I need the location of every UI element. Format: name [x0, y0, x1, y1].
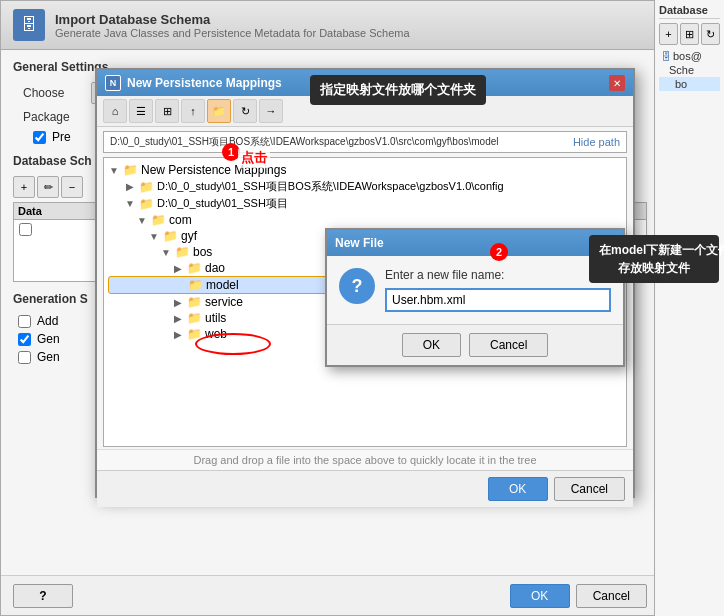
bos-toggle: ▼	[160, 247, 172, 258]
com-toggle: ▼	[136, 215, 148, 226]
badge-2: 2	[490, 243, 508, 261]
bos-label: bos	[193, 245, 212, 259]
newfile-prompt: Enter a new file name:	[385, 268, 611, 282]
toolbar-home-btn[interactable]: ⌂	[103, 99, 127, 123]
main-window-subtitle: Generate Java Classes and Persistence Me…	[55, 27, 410, 39]
right-tree: 🗄 bos@ Sche bo	[659, 49, 720, 91]
bos-folder-icon: 📁	[175, 245, 190, 259]
rp-icon-btn[interactable]: ⊞	[680, 23, 699, 45]
gyf-label: gyf	[181, 229, 197, 243]
drag-hint: Drag and drop a file into the space abov…	[97, 449, 633, 470]
right-tree-item-bos: 🗄 bos@	[659, 49, 720, 63]
toolbar-nav-btn[interactable]: ↑	[181, 99, 205, 123]
right-tree-item-bo[interactable]: bo	[659, 77, 720, 91]
hide-path-link[interactable]: Hide path	[573, 136, 620, 148]
schema-row-checkbox[interactable]	[19, 223, 32, 236]
main-bottom-bar: ? OK Cancel	[1, 575, 659, 615]
help-btn[interactable]: ?	[13, 584, 73, 608]
tree-com[interactable]: ▼ 📁 com	[108, 212, 622, 228]
service-folder-icon: 📁	[187, 295, 202, 309]
newfile-title: New File	[335, 236, 384, 250]
add-gen-label: Add	[37, 314, 58, 328]
right-tree-item-schema: Sche	[659, 63, 720, 77]
model-label: model	[206, 278, 239, 292]
config-folder-icon: 📁	[139, 180, 154, 194]
tree-root[interactable]: ▼ 📁 New Persistence Mappings	[108, 162, 622, 178]
dao-label: dao	[205, 261, 225, 275]
utils-label: utils	[205, 311, 226, 325]
ssh-label: D:\0_0_study\01_SSH项目	[157, 196, 288, 211]
web-label: web	[205, 327, 227, 341]
model-folder-icon: 📁	[188, 278, 203, 292]
newfile-content: ? Enter a new file name:	[327, 256, 623, 324]
ssh-toggle: ▼	[124, 198, 136, 209]
right-panel: Database + ⊞ ↻ 🗄 bos@ Sche bo	[654, 0, 724, 616]
right-panel-toolbar: + ⊞ ↻	[659, 23, 720, 45]
toolbar-list-btn[interactable]: ☰	[129, 99, 153, 123]
dao-folder-icon: 📁	[187, 261, 202, 275]
persistence-dialog-title: New Persistence Mappings	[127, 76, 282, 90]
main-cancel-btn[interactable]: Cancel	[576, 584, 647, 608]
root-folder-icon: 📁	[123, 163, 138, 177]
main-ok-btn[interactable]: OK	[510, 584, 570, 608]
package-label: Package	[23, 110, 83, 124]
main-window-title: Import Database Schema	[55, 12, 410, 27]
edit-schema-btn[interactable]: ✏	[37, 176, 59, 198]
bo-label: bo	[675, 78, 687, 90]
persistence-cancel-btn[interactable]: Cancel	[554, 477, 625, 501]
utils-folder-icon: 📁	[187, 311, 202, 325]
add-gen-checkbox[interactable]	[18, 315, 31, 328]
right-tree-bos-label: bos@	[673, 50, 702, 62]
persistence-dialog-bottom: OK Cancel	[97, 470, 633, 507]
gyf-folder-icon: 📁	[163, 229, 178, 243]
newfile-ok-btn[interactable]: OK	[402, 333, 461, 357]
schema-label: Sche	[669, 64, 694, 76]
gen-label-2: Gen	[37, 350, 60, 364]
toolbar-folder-btn[interactable]: 📁	[207, 99, 231, 123]
dao-toggle: ▶	[172, 263, 184, 274]
persistence-dialog-close[interactable]: ✕	[609, 75, 625, 91]
path-value: D:\0_0_study\01_SSH项目BOS系统\IDEAWorkspace…	[110, 135, 565, 149]
tree-ssh[interactable]: ▼ 📁 D:\0_0_study\01_SSH项目	[108, 195, 622, 212]
tree-config[interactable]: ▶ 📁 D:\0_0_study\01_SSH项目BOS系统\IDEAWorks…	[108, 178, 622, 195]
newfile-form: Enter a new file name:	[385, 268, 611, 312]
annotation-tooltip-1: 指定映射文件放哪个文件夹	[310, 75, 486, 105]
main-window-titles: Import Database Schema Generate Java Cla…	[55, 12, 410, 39]
gyf-toggle: ▼	[148, 231, 160, 242]
toolbar-refresh-btn[interactable]: ↻	[233, 99, 257, 123]
rp-nav-btn[interactable]: ↻	[701, 23, 720, 45]
ssh-folder-icon: 📁	[139, 197, 154, 211]
right-panel-title: Database	[659, 4, 720, 19]
toolbar-right-btn[interactable]: →	[259, 99, 283, 123]
gen-label-1: Gen	[37, 332, 60, 346]
rp-add-btn[interactable]: +	[659, 23, 678, 45]
config-toggle: ▶	[124, 181, 136, 192]
question-icon: ?	[339, 268, 375, 304]
com-label: com	[169, 213, 192, 227]
pre-checkbox[interactable]	[33, 131, 46, 144]
persistence-dialog-icon: N	[105, 75, 121, 91]
web-toggle: ▶	[172, 329, 184, 340]
main-window-icon: 🗄	[13, 9, 45, 41]
db-icon: 🗄	[661, 51, 671, 62]
click-label: 点击	[238, 148, 270, 168]
service-label: service	[205, 295, 243, 309]
web-folder-icon: 📁	[187, 327, 202, 341]
pre-label: Pre	[52, 130, 71, 144]
gen-checkbox-2[interactable]	[18, 351, 31, 364]
newfile-cancel-btn[interactable]: Cancel	[469, 333, 548, 357]
choose-label: Choose	[23, 86, 83, 100]
main-window-header: 🗄 Import Database Schema Generate Java C…	[1, 1, 659, 50]
persistence-titlebar-left: N New Persistence Mappings	[105, 75, 282, 91]
toolbar-grid-btn[interactable]: ⊞	[155, 99, 179, 123]
service-toggle: ▶	[172, 297, 184, 308]
persistence-ok-btn[interactable]: OK	[488, 477, 548, 501]
gen-checkbox-1[interactable]	[18, 333, 31, 346]
root-toggle: ▼	[108, 165, 120, 176]
newfile-input[interactable]	[385, 288, 611, 312]
config-label: D:\0_0_study\01_SSH项目BOS系统\IDEAWorkspace…	[157, 179, 504, 194]
utils-toggle: ▶	[172, 313, 184, 324]
newfile-buttons: OK Cancel	[327, 324, 623, 365]
del-schema-btn[interactable]: −	[61, 176, 83, 198]
add-schema-btn[interactable]: +	[13, 176, 35, 198]
